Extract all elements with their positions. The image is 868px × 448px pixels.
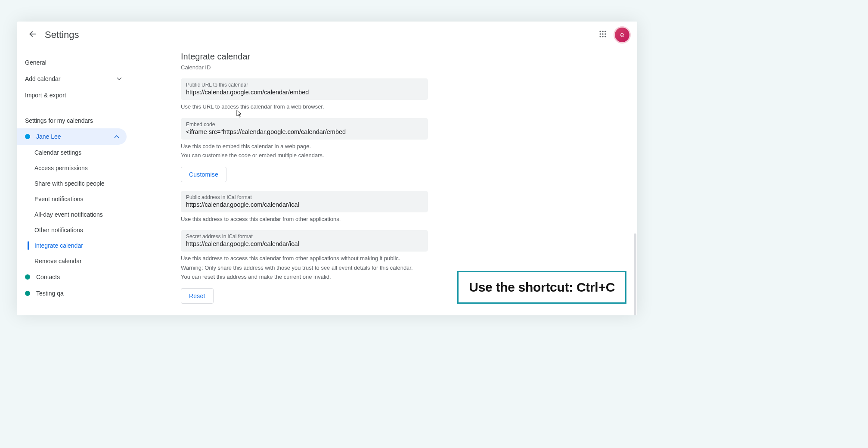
ical-secret-value: https://calendar.google.com/calendar/ica…: [186, 240, 423, 247]
app-header: Settings e: [17, 22, 637, 48]
nav-general[interactable]: General: [17, 54, 129, 71]
nav-section-my-calendars: Settings for my calendars: [17, 113, 129, 128]
ical-public-field[interactable]: Public address in iCal format https://ca…: [181, 191, 428, 212]
avatar-letter: e: [620, 31, 624, 39]
shortcut-tip-overlay: Use the shortcut: Ctrl+C: [457, 271, 626, 304]
mouse-cursor-icon: [236, 110, 242, 118]
back-button[interactable]: [25, 27, 40, 43]
google-apps-button[interactable]: [595, 27, 611, 43]
nav-sub-share-specific-people[interactable]: Share with specific people: [17, 176, 129, 191]
calendar-color-dot: [25, 291, 30, 296]
reset-button[interactable]: Reset: [181, 288, 214, 304]
embed-code-field[interactable]: Embed code <iframe src="https://calendar…: [181, 118, 428, 140]
nav-calendar-testing-qa[interactable]: Testing qa: [17, 285, 129, 302]
ical-public-value: https://calendar.google.com/calendar/ica…: [186, 201, 423, 208]
chevron-down-icon: [115, 75, 123, 83]
nav-sub-other-notifications[interactable]: Other notifications: [17, 222, 129, 238]
public-url-helper: Use this URL to access this calendar fro…: [181, 103, 428, 111]
svg-point-1: [600, 31, 601, 32]
svg-point-6: [604, 33, 606, 34]
ical-public-helper: Use this address to access this calendar…: [181, 215, 428, 224]
nav-calendar-contacts[interactable]: Contacts: [17, 269, 129, 285]
nav-sub-remove-calendar[interactable]: Remove calendar: [17, 253, 129, 269]
page-title: Settings: [45, 29, 79, 40]
nav-sub-access-permissions[interactable]: Access permissions: [17, 160, 129, 176]
nav-sub-calendar-settings[interactable]: Calendar settings: [17, 145, 129, 160]
nav-sub-all-day-notifications[interactable]: All-day event notifications: [17, 207, 129, 222]
ical-public-label: Public address in iCal format: [186, 194, 423, 200]
svg-point-3: [604, 31, 606, 32]
public-url-label: Public URL to this calendar: [186, 82, 423, 88]
shortcut-tip-text: Use the shortcut: Ctrl+C: [469, 280, 615, 294]
svg-point-2: [602, 31, 603, 32]
svg-point-5: [602, 33, 603, 34]
customise-button[interactable]: Customise: [181, 167, 226, 182]
nav-add-calendar-label: Add calendar: [25, 75, 61, 82]
calendar-color-dot: [25, 134, 30, 139]
app-window: Settings e General Add calendar: [17, 22, 637, 315]
arrow-left-icon: [28, 29, 37, 40]
nav-calendar-jane-lee[interactable]: Jane Lee: [17, 128, 127, 145]
scrollbar-thumb[interactable]: [634, 233, 636, 315]
calendar-name: Testing qa: [36, 290, 64, 297]
calendar-id-label: Calendar ID: [181, 64, 620, 71]
settings-sidebar: General Add calendar Import & export Set…: [17, 48, 129, 315]
nav-add-calendar[interactable]: Add calendar: [17, 71, 129, 87]
calendar-name: Contacts: [36, 274, 60, 280]
public-url-field[interactable]: Public URL to this calendar https://cale…: [181, 78, 428, 100]
calendar-name: Jane Lee: [36, 133, 61, 140]
public-url-value: https://calendar.google.com/calendar/emb…: [186, 89, 423, 96]
svg-point-4: [600, 33, 601, 34]
ical-secret-helper-1: Use this address to access this calendar…: [181, 254, 428, 263]
embed-code-helper-2: You can customise the code or embed mult…: [181, 151, 428, 160]
ical-secret-helper-2: Warning: Only share this address with th…: [181, 264, 428, 272]
ical-secret-helper-3: You can reset this address and make the …: [181, 273, 428, 281]
svg-point-7: [600, 36, 601, 37]
svg-point-8: [602, 36, 603, 37]
nav-sub-event-notifications[interactable]: Event notifications: [17, 191, 129, 207]
svg-point-9: [604, 36, 606, 37]
embed-code-value: <iframe src="https://calendar.google.com…: [186, 128, 423, 135]
ical-secret-label: Secret address in iCal format: [186, 233, 423, 240]
account-avatar[interactable]: e: [615, 28, 629, 42]
calendar-color-dot: [25, 274, 30, 280]
nav-import-export[interactable]: Import & export: [17, 87, 129, 103]
ical-secret-field[interactable]: Secret address in iCal format https://ca…: [181, 230, 428, 252]
embed-code-helper-1: Use this code to embed this calendar in …: [181, 142, 428, 151]
section-title-integrate: Integrate calendar: [181, 52, 620, 62]
chevron-up-icon: [113, 133, 121, 140]
embed-code-label: Embed code: [186, 121, 423, 128]
apps-grid-icon: [598, 30, 607, 40]
nav-sub-integrate-calendar[interactable]: Integrate calendar: [17, 238, 129, 253]
